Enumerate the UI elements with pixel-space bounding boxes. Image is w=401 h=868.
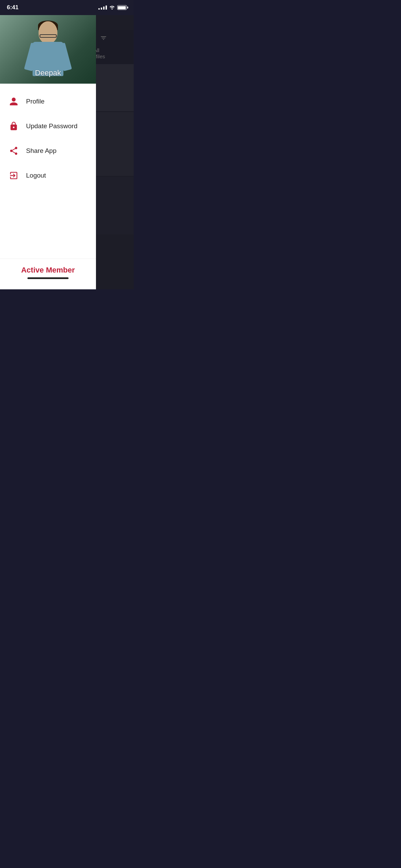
menu-item-logout[interactable]: Logout <box>0 163 96 188</box>
share-app-label: Share App <box>26 147 57 155</box>
status-time: 6:41 <box>7 4 19 11</box>
drawer-header: Deepak <box>0 15 96 84</box>
person-head <box>39 21 58 44</box>
menu-item-profile[interactable]: Profile <box>0 89 96 114</box>
drawer-user-name: Deepak <box>0 69 96 77</box>
lock-icon <box>8 121 19 132</box>
person-glasses <box>39 34 57 38</box>
battery-icon <box>117 5 127 10</box>
navigation-drawer: Deepak Profile Update Password <box>0 15 96 289</box>
active-member-label: Active Member <box>21 266 75 275</box>
status-icons <box>98 5 127 11</box>
update-password-label: Update Password <box>26 122 77 130</box>
menu-list: Profile Update Password Share App <box>0 84 96 258</box>
home-indicator <box>27 277 69 279</box>
signal-icon <box>98 5 107 10</box>
menu-item-update-password[interactable]: Update Password <box>0 114 96 138</box>
status-bar: 6:41 <box>0 0 134 15</box>
logout-label: Logout <box>26 172 46 179</box>
drawer-bottom: Active Member <box>0 258 96 289</box>
profile-label: Profile <box>26 98 45 105</box>
menu-item-share-app[interactable]: Share App <box>0 138 96 163</box>
share-icon <box>8 145 19 156</box>
logout-icon <box>8 170 19 181</box>
person-icon <box>8 96 19 107</box>
wifi-icon <box>109 5 115 11</box>
drawer-header-image: Deepak <box>0 15 96 84</box>
